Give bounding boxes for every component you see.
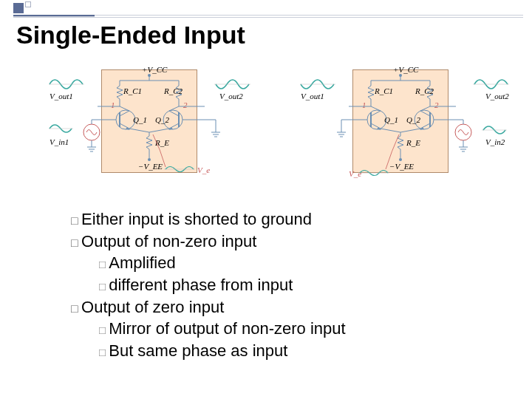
bullet-sub-item: Amplified	[99, 252, 510, 274]
decor-line-light	[95, 15, 523, 18]
label-vout2-l: V_out2	[219, 92, 243, 100]
circuit-svg-right: +V_CC R_C1 1 R_C2 2 Q_1 Q_2	[297, 62, 526, 191]
label-vin2: V_in2	[485, 137, 505, 146]
page-title: Single-Ended Input	[16, 21, 245, 50]
label-ve-r: V_e	[349, 169, 361, 178]
label-node2-r: 2	[434, 100, 439, 109]
label-rc2: R_C2	[163, 86, 183, 95]
bullet-item: Either input is shorted to ground	[71, 208, 510, 231]
label-vout1-r: V_out1	[301, 92, 324, 100]
label-ve-l: V_e	[197, 166, 210, 174]
label-node2: 2	[183, 100, 188, 109]
bullet-text: different phase from input	[109, 276, 293, 294]
label-vcc-r: +V_CC	[393, 65, 419, 74]
label-re-r: R_E	[406, 138, 420, 147]
label-q2: Q_2	[155, 115, 169, 124]
svg-line-16	[149, 129, 169, 132]
label-vin1: V_in1	[50, 137, 69, 146]
decor-line-accent	[13, 15, 95, 18]
bullet-text: Output of zero input	[81, 298, 224, 316]
svg-line-45	[381, 129, 400, 132]
label-q1-r: Q_1	[384, 115, 398, 124]
decor-square-filled	[13, 3, 24, 13]
circuit-svg-left: +V_CC R_C1 1 R_C2 2 Q_1 Q_2	[46, 62, 260, 191]
label-vout1-l: V_out1	[50, 92, 73, 100]
svg-line-46	[400, 129, 420, 132]
bullet-sub-item: But same phase as input	[99, 340, 510, 362]
label-vee-r: −V_EE	[389, 162, 414, 171]
bullet-list: Either input is shorted to ground Output…	[71, 208, 510, 362]
bullet-sub-item: different phase from input	[99, 274, 510, 296]
bullet-item: Output of zero input	[71, 296, 510, 318]
label-vout2-r: V_out2	[485, 92, 509, 100]
label-rc1: R_C1	[123, 86, 142, 95]
svg-point-17	[148, 158, 151, 161]
bullet-text: Output of non-zero input	[81, 232, 256, 250]
label-vee: −V_EE	[138, 162, 163, 171]
circuit-diagrams: +V_CC R_C1 1 R_C2 2 Q_1 Q_2	[46, 62, 517, 195]
bullet-sub-item: Mirror of output of non-zero input	[99, 318, 510, 340]
label-rc2-r: R_C2	[415, 86, 434, 95]
bullet-text: Either input is shorted to ground	[81, 210, 312, 228]
label-node1: 1	[111, 100, 115, 109]
label-q2-r: Q_2	[406, 115, 420, 124]
diagram-left: +V_CC R_C1 1 R_C2 2 Q_1 Q_2	[46, 62, 260, 188]
decor-square-outline	[25, 1, 31, 7]
bullet-text: But same phase as input	[109, 341, 287, 360]
bullet-text: Mirror of output of non-zero input	[109, 319, 345, 338]
bullet-item: Output of non-zero input	[71, 231, 510, 253]
svg-line-15	[129, 129, 149, 132]
bullet-text: Amplified	[109, 253, 175, 272]
label-rc1-r: R_C1	[374, 86, 393, 95]
label-q1: Q_1	[133, 115, 147, 124]
svg-point-47	[399, 158, 402, 161]
label-node1-r: 1	[362, 100, 366, 109]
slide-header-decoration	[0, 0, 532, 16]
label-vcc: +V_CC	[142, 65, 168, 74]
diagram-right: +V_CC R_C1 1 R_C2 2 Q_1 Q_2	[297, 62, 511, 188]
